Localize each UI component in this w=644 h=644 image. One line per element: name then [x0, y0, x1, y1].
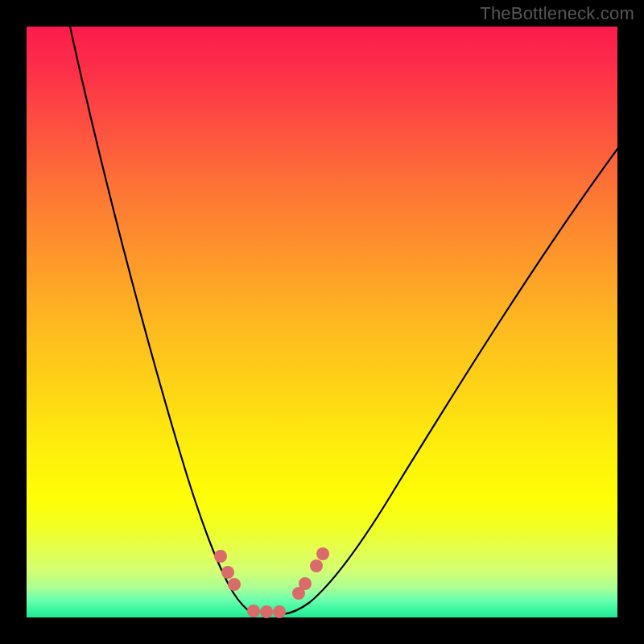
- right-curve: [283, 149, 617, 614]
- marker-dot: [260, 605, 273, 618]
- marker-dot: [214, 550, 227, 563]
- plot-area: [27, 27, 617, 617]
- marker-dot: [273, 605, 286, 618]
- curve-layer: [27, 27, 617, 617]
- marker-dot: [316, 547, 329, 560]
- watermark-text: TheBottleneck.com: [480, 3, 634, 24]
- marker-dot: [247, 605, 260, 617]
- marker-dots-group: [214, 547, 329, 618]
- marker-dot: [228, 578, 241, 591]
- marker-dot: [299, 577, 312, 590]
- left-curve: [70, 27, 254, 614]
- chart-frame: TheBottleneck.com: [0, 0, 644, 644]
- marker-dot: [221, 566, 234, 579]
- marker-dot: [310, 559, 323, 572]
